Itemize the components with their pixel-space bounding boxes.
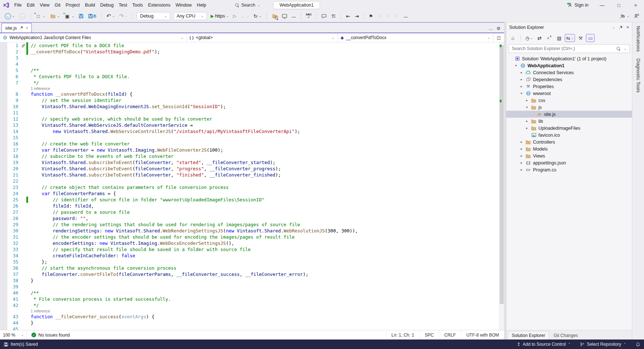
code-line[interactable]	[31, 178, 499, 184]
restart-button[interactable]: ↻⌄	[252, 12, 263, 20]
tree-item-uploadedimagefiles[interactable]: ▸UploadedImageFiles	[506, 125, 632, 132]
code-line[interactable]: Vintasoft.Shared.subscribeToEvent(fileCo…	[31, 172, 499, 178]
breakpoint-margin[interactable]	[0, 320, 7, 326]
quick-info-button[interactable]	[320, 13, 328, 20]
clear-bookmarks-button[interactable]: ⚐	[393, 12, 401, 20]
tree-item-webapplication1[interactable]: ▾WebApplication1	[506, 62, 632, 69]
preview-selected-items-toggle[interactable]: ▭	[586, 34, 595, 42]
code-line[interactable]: // set the session identifier	[31, 97, 499, 103]
navigate-backward-button[interactable]: ←⌄	[3, 12, 17, 20]
code-line[interactable]: password: "",	[31, 215, 499, 221]
code-line[interactable]: // the encoder settings that should be u…	[31, 234, 499, 240]
breakpoint-margin[interactable]	[0, 246, 7, 253]
live-share-button[interactable]: ⌄	[618, 12, 631, 20]
breakpoint-margin[interactable]	[0, 153, 7, 159]
line-ending[interactable]: CRLF	[439, 330, 461, 339]
breakpoint-margin[interactable]	[0, 103, 7, 110]
save-all-button[interactable]	[86, 12, 98, 20]
code-line[interactable]: new Vintasoft.Shared.WebServiceControlle…	[31, 128, 499, 134]
breakpoint-margin[interactable]	[0, 159, 7, 166]
send-feedback-button[interactable]	[632, 12, 641, 20]
tree-item-lib[interactable]: ▸lib	[506, 118, 632, 125]
solution-platforms-dropdown[interactable]: Any CPU⌄	[173, 12, 207, 20]
space-mode[interactable]: SPC	[419, 330, 439, 339]
member-dropdown[interactable]: ◆ __convertPdfToDocx ⌄	[338, 33, 493, 42]
expand-arrow-icon[interactable]: ▸	[519, 147, 523, 151]
solution-configurations-dropdown[interactable]: Debug⌄	[137, 12, 170, 20]
toggle-bookmark-button[interactable]: ⚑	[367, 12, 375, 20]
sync-with-active-document-toggle[interactable]: ⇆⌄	[565, 34, 575, 42]
breakpoint-margin[interactable]	[0, 290, 7, 296]
maximize-button[interactable]: □	[610, 0, 627, 10]
navigate-forward-button[interactable]: →	[18, 12, 27, 20]
codelens-references[interactable]: 1 reference	[31, 86, 499, 91]
tree-item-dependencies[interactable]: ▸Dependencies	[506, 76, 632, 83]
tab-group-settings-gear-icon[interactable]: ⚙	[496, 26, 500, 31]
code-line[interactable]: var fileConverterParams = {	[31, 190, 499, 197]
code-line[interactable]: createFileInCacheFolder: false	[31, 253, 499, 259]
spell-checker-button[interactable]: ABC✓	[304, 12, 313, 20]
tree-item-favicon-ico[interactable]: favicon.ico	[506, 132, 632, 139]
expand-arrow-icon[interactable]: ▸	[519, 71, 523, 74]
menu-help[interactable]: Help	[194, 1, 209, 9]
tab-site-js[interactable]: site.js ×	[1, 23, 32, 33]
expand-arrow-icon[interactable]: ▸	[519, 85, 523, 88]
chevron-down-icon[interactable]: ⌄	[624, 47, 626, 50]
breakpoint-margin[interactable]	[0, 134, 7, 141]
breakpoint-margin[interactable]	[0, 184, 7, 190]
encoding[interactable]: UTF-8 with BOM	[461, 330, 504, 339]
panel-chevron-down-icon[interactable]: ⌄	[612, 26, 615, 29]
collapse-arrow-icon[interactable]: ▾	[525, 106, 529, 109]
pending-changes-filter-button[interactable]: ◷⌄	[524, 34, 534, 42]
menu-file[interactable]: File	[12, 1, 24, 9]
toolbar-overflow-button[interactable]: …	[290, 12, 298, 20]
bottom-tab-solution-explorer[interactable]: Solution Explorer	[508, 331, 549, 339]
close-tab-icon[interactable]: ×	[26, 26, 28, 30]
side-tab-diagnostic-tools[interactable]: Diagnostic Tools	[636, 58, 641, 93]
code-line[interactable]	[31, 134, 499, 141]
panel-close-icon[interactable]: ×	[626, 25, 629, 30]
code-line[interactable]: };	[31, 259, 499, 265]
tree-item-js[interactable]: ▾js	[506, 104, 632, 111]
breakpoint-margin[interactable]	[0, 271, 7, 277]
new-project-button[interactable]: □+⌄	[34, 12, 47, 20]
menu-window[interactable]: Window	[173, 1, 194, 9]
code-line[interactable]: */	[31, 302, 499, 308]
expand-arrow-icon[interactable]: ▸	[525, 99, 529, 102]
tree-item-program-cs[interactable]: ▸C#Program.cs	[506, 166, 632, 173]
tree-item-controllers[interactable]: ▸Controllers	[506, 139, 632, 145]
add-new-item-button[interactable]: ▣+⌄	[62, 12, 76, 20]
tree-item-wwwroot[interactable]: ▾wwwroot	[506, 90, 632, 97]
code-line[interactable]: fileId: fileId,	[31, 203, 499, 209]
breakpoint-margin[interactable]	[0, 80, 7, 86]
start-debugging-button[interactable]: ▶https⌄	[209, 12, 230, 20]
code-line[interactable]: // the rendering settings that should be…	[31, 221, 499, 228]
tree-item-properties[interactable]: ▸⚒Properties	[506, 83, 632, 90]
expand-arrow-icon[interactable]: ▸	[519, 168, 523, 171]
open-file-button[interactable]: ⌄	[48, 12, 62, 20]
codelens-references[interactable]: 1 reference	[31, 308, 499, 314]
breakpoint-margin[interactable]	[0, 141, 7, 147]
code-line[interactable]: function __fileConverter_success(eventAr…	[31, 314, 499, 320]
breakpoint-margin[interactable]	[0, 42, 7, 49]
code-line[interactable]	[31, 284, 499, 290]
expand-arrow-icon[interactable]: ▸	[519, 154, 523, 158]
navigate-structure-button[interactable]	[329, 13, 338, 20]
code-line[interactable]: Vintasoft.Shared.WebServiceJS.defaultCon…	[31, 122, 499, 128]
code-line[interactable]: fileConverter.convertFileTo(fileConverte…	[31, 271, 499, 277]
code-line[interactable]: // identifier of source file in folder "…	[31, 197, 499, 203]
menu-debug[interactable]: Debug	[98, 1, 116, 9]
breakpoint-margin[interactable]	[0, 147, 7, 153]
breakpoint-margin[interactable]	[0, 308, 7, 314]
breakpoint-margin[interactable]	[0, 110, 7, 116]
sync-button[interactable]: ⇄	[535, 34, 544, 42]
sign-in-button[interactable]: Sign in	[562, 3, 594, 8]
menu-edit[interactable]: Edit	[24, 1, 37, 9]
zoom-dropdown[interactable]: 100 % ⌄	[0, 330, 27, 339]
bottom-tab-git-changes[interactable]: Git Changes	[550, 331, 582, 339]
code-line[interactable]: // subscribe to the events of web file c…	[31, 153, 499, 159]
tree-item-models[interactable]: ▸Models	[506, 145, 632, 152]
expand-arrow-icon[interactable]: ▸	[519, 161, 523, 164]
tree-item-solution-webapplication1-1-of-1-project[interactable]: Solution 'WebApplication1' (1 of 1 proje…	[506, 55, 632, 62]
breakpoint-margin[interactable]	[0, 296, 7, 302]
